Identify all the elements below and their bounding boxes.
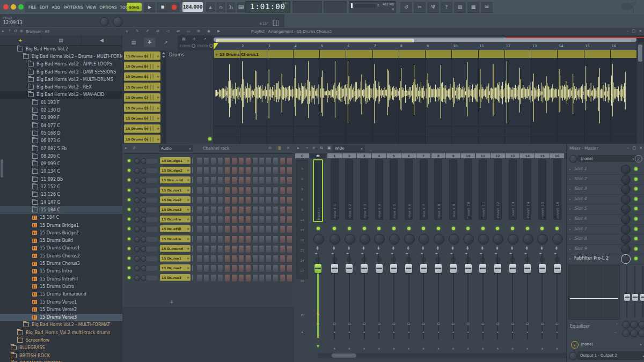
step-cell[interactable] xyxy=(273,167,279,175)
step-cell[interactable] xyxy=(224,196,230,204)
step-cell[interactable] xyxy=(210,255,216,263)
chat-icon[interactable]: ✉ xyxy=(481,1,493,13)
send-icon[interactable]: ➝ xyxy=(305,146,308,150)
pan-knob[interactable] xyxy=(552,234,563,245)
channel-mute-button[interactable] xyxy=(146,206,158,212)
channel-name-button[interactable]: 15 Dr..oFill✛ xyxy=(160,225,191,232)
step-cell[interactable] xyxy=(203,196,209,204)
step-cell[interactable] xyxy=(231,225,237,233)
send-selector[interactable]: (none) xyxy=(581,342,593,346)
graph-editor-icon[interactable]: ılı xyxy=(268,146,272,150)
step-cell[interactable] xyxy=(252,196,258,204)
step-cell[interactable] xyxy=(259,264,265,272)
stereo-sep-arrows[interactable]: ▲ ▼ xyxy=(333,246,335,250)
channel-pan-knob[interactable] xyxy=(134,256,140,262)
step-cell[interactable] xyxy=(196,274,202,282)
pan-knob[interactable] xyxy=(345,234,355,245)
channel-led[interactable] xyxy=(128,238,130,240)
step-cell[interactable] xyxy=(252,264,258,272)
effect-slot[interactable]: ▸Slot 9 xyxy=(567,244,644,255)
search-icon[interactable]: ⊕ xyxy=(20,29,23,33)
step-cell[interactable] xyxy=(203,235,209,243)
step-cell[interactable] xyxy=(231,167,237,175)
mixer-view-selector[interactable]: Wide▸ xyxy=(333,145,365,152)
step-cell[interactable] xyxy=(266,157,272,165)
strip-led[interactable] xyxy=(407,227,411,230)
fader-thumb[interactable] xyxy=(554,264,561,273)
record-icon[interactable]: ⊙ xyxy=(391,322,397,326)
step-cell[interactable] xyxy=(252,157,258,165)
step-cell[interactable] xyxy=(252,274,258,282)
step-cell[interactable] xyxy=(280,225,286,233)
output-knob[interactable] xyxy=(569,352,577,360)
step-cell[interactable] xyxy=(273,225,279,233)
channel-led[interactable] xyxy=(128,189,130,191)
record-button[interactable] xyxy=(168,2,180,12)
typing-keyboard-icon[interactable]: ⌨ xyxy=(237,2,246,12)
channel-mute-button[interactable] xyxy=(146,246,158,252)
step-cell[interactable] xyxy=(203,216,209,224)
insert-strip-header[interactable]: 12 xyxy=(491,153,505,158)
fader-thumb[interactable] xyxy=(314,264,321,273)
record-icon[interactable]: ⊙ xyxy=(315,322,321,326)
preview-icon[interactable]: ▶ xyxy=(217,29,220,33)
slot-mix-knob[interactable] xyxy=(621,254,631,264)
channel-mute-button[interactable] xyxy=(146,177,158,183)
insert-strip-header[interactable]: 2 xyxy=(342,153,357,158)
stereo-sep-arrows[interactable]: ▲ ▼ xyxy=(407,246,409,250)
slot-mix-knob[interactable] xyxy=(621,165,631,174)
song-mode-toggle[interactable]: SONG xyxy=(127,3,142,11)
route-icon[interactable]: ▲ xyxy=(391,346,397,350)
record-icon[interactable]: ⊙ xyxy=(435,322,442,326)
slot-mix-knob[interactable] xyxy=(621,204,631,214)
fader-thumb[interactable] xyxy=(494,264,501,273)
step-cell[interactable] xyxy=(224,264,230,272)
step-cell[interactable] xyxy=(266,196,272,204)
pan-knob[interactable] xyxy=(419,234,429,245)
record-icon[interactable]: ⊙ xyxy=(524,322,531,326)
step-cell[interactable] xyxy=(224,157,230,165)
slot-enable-led[interactable] xyxy=(634,257,638,260)
step-cell[interactable] xyxy=(196,264,202,272)
step-cell[interactable] xyxy=(231,235,237,243)
step-cell[interactable] xyxy=(224,235,230,243)
step-cell[interactable] xyxy=(280,264,286,272)
record-icon[interactable]: ⊙ xyxy=(331,322,338,326)
step-cell[interactable] xyxy=(210,235,216,243)
picker-clip[interactable]: 15 Drums Bridge1✛ xyxy=(124,51,160,60)
step-cell[interactable] xyxy=(196,176,202,184)
step-cell[interactable] xyxy=(259,176,265,184)
browser-item[interactable]: CINEMATIC MOTION xyxy=(0,359,133,362)
step-cell[interactable] xyxy=(245,216,251,224)
track-header[interactable]: Drums xyxy=(166,50,214,144)
route-icon[interactable]: ▲ xyxy=(362,346,367,350)
slot-mix-knob[interactable] xyxy=(621,184,631,194)
close-icon[interactable]: ✕ xyxy=(287,146,290,150)
arm-arrows-icon[interactable]: ⇅ xyxy=(315,312,321,316)
step-cell[interactable] xyxy=(217,235,223,243)
playlist-breadcrumb[interactable]: Playlist - Arrangement - 15 Drums Chorus… xyxy=(251,29,332,34)
step-cell[interactable] xyxy=(273,216,279,224)
route-icon[interactable]: ▲ xyxy=(510,346,515,350)
step-cell[interactable] xyxy=(217,255,223,263)
delete-icon[interactable]: ⊘ xyxy=(156,29,159,33)
plusminus-icon[interactable]: ± xyxy=(312,146,316,150)
step-cell[interactable] xyxy=(210,264,216,272)
strip-led[interactable] xyxy=(481,227,485,230)
stereo-sep-arrows[interactable]: ▲ ▼ xyxy=(540,246,543,250)
step-cell[interactable] xyxy=(203,206,209,214)
strip-led[interactable] xyxy=(511,227,514,230)
step-cell[interactable] xyxy=(231,187,237,195)
step-cell[interactable] xyxy=(238,216,244,224)
step-cell[interactable] xyxy=(252,176,258,184)
strip-led[interactable] xyxy=(422,227,425,230)
browser-item[interactable]: Big_Bad_Horns_Vol.2 multi-track drums xyxy=(0,329,140,336)
step-cell[interactable] xyxy=(196,225,202,233)
step-cell[interactable] xyxy=(238,225,244,233)
insert-strip-header[interactable]: 16 xyxy=(550,153,565,158)
slot-mix-knob[interactable] xyxy=(621,245,631,254)
strip-led[interactable] xyxy=(392,227,396,230)
effect-slot[interactable]: ▸Slot 6 xyxy=(567,214,644,225)
step-cell[interactable] xyxy=(210,167,216,175)
step-cell[interactable] xyxy=(280,235,286,243)
